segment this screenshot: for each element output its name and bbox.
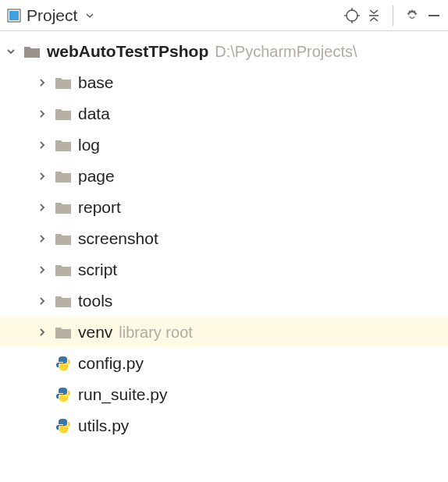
chevron-down-icon[interactable]	[3, 44, 19, 59]
folder-hint: library root	[119, 324, 192, 342]
chevron-right-icon[interactable]	[34, 200, 50, 215]
folder-label: page	[78, 167, 115, 186]
folder-icon	[55, 74, 72, 91]
file-label: utils.py	[78, 416, 129, 435]
folder-label: data	[78, 105, 110, 123]
file-label: config.py	[78, 354, 144, 373]
folder-icon	[55, 136, 72, 154]
tree-folder-row[interactable]: screenshot	[0, 223, 448, 254]
project-tree: webAutoTestTPshop D:\PycharmProjects\ ba…	[0, 31, 448, 441]
chevron-down-icon	[82, 8, 98, 23]
folder-icon	[55, 168, 72, 185]
project-label: Project	[27, 6, 77, 25]
svg-rect-1	[9, 11, 19, 20]
tree-folder-row[interactable]: page	[0, 161, 448, 192]
folder-icon	[55, 292, 72, 310]
chevron-right-icon[interactable]	[34, 293, 50, 309]
minimize-icon[interactable]	[426, 8, 442, 23]
chevron-right-icon[interactable]	[34, 324, 50, 340]
toolbar-divider	[393, 5, 393, 26]
svg-point-8	[411, 13, 414, 17]
tree-folder-row[interactable]: report	[0, 192, 448, 223]
folder-icon	[55, 230, 72, 247]
tree-folder-row[interactable]: data	[0, 98, 448, 129]
chevron-right-icon[interactable]	[34, 75, 50, 90]
folder-label: screenshot	[78, 229, 158, 248]
tree-folder-row[interactable]: script	[0, 254, 448, 285]
tree-root-row[interactable]: webAutoTestTPshop D:\PycharmProjects\	[0, 36, 448, 67]
folder-label: tools	[78, 292, 112, 310]
root-path: D:\PycharmProjects\	[215, 43, 357, 61]
folder-label: venv	[78, 323, 112, 342]
folder-icon	[55, 199, 72, 216]
folder-icon	[55, 324, 72, 341]
collapse-icon[interactable]	[366, 8, 382, 23]
project-selector[interactable]: Project	[6, 6, 98, 25]
folder-label: script	[78, 260, 117, 279]
python-file-icon	[55, 386, 72, 403]
python-file-icon	[55, 355, 72, 372]
gear-icon[interactable]	[404, 8, 420, 23]
chevron-right-icon[interactable]	[34, 168, 50, 184]
chevron-right-icon[interactable]	[34, 231, 50, 246]
tree-folder-row[interactable]: base	[0, 67, 448, 98]
chevron-right-icon[interactable]	[34, 262, 50, 278]
tree-file-row[interactable]: config.py	[0, 348, 448, 379]
folder-icon	[23, 43, 41, 60]
root-name: webAutoTestTPshop	[47, 42, 208, 61]
folder-icon	[55, 261, 72, 278]
python-file-icon	[55, 417, 72, 434]
tree-file-row[interactable]: utils.py	[0, 410, 448, 441]
folder-label: report	[78, 198, 121, 217]
chevron-right-icon[interactable]	[34, 106, 50, 122]
tree-folder-row[interactable]: tools	[0, 285, 448, 317]
folder-label: base	[78, 73, 114, 92]
chevron-right-icon[interactable]	[34, 137, 50, 153]
tree-file-row[interactable]: run_suite.py	[0, 379, 448, 410]
svg-point-2	[347, 10, 357, 21]
project-toolbar: Project	[0, 0, 448, 31]
folder-icon	[55, 105, 72, 122]
target-icon[interactable]	[344, 8, 360, 23]
tree-folder-row[interactable]: venv library root	[0, 317, 448, 348]
file-label: run_suite.py	[78, 385, 167, 404]
folder-label: log	[78, 136, 100, 154]
tree-folder-row[interactable]: log	[0, 129, 448, 161]
project-icon	[6, 8, 22, 23]
